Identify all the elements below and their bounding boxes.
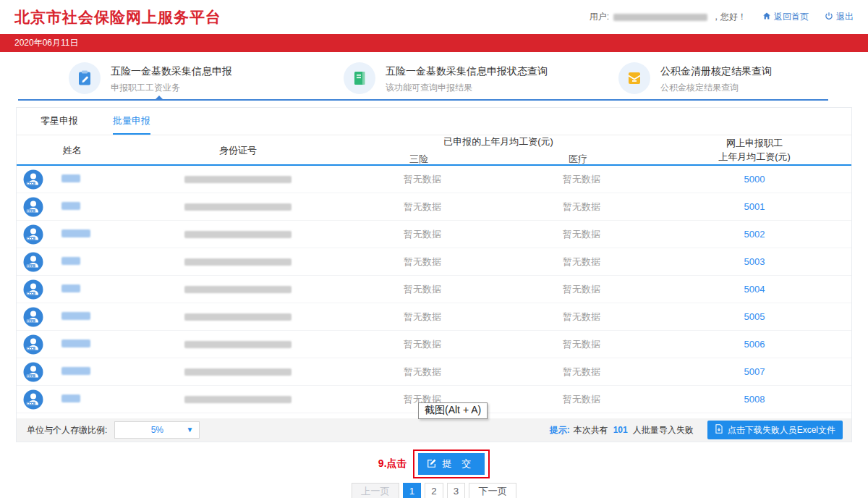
submit-area: 9.点击 提 交 [0, 450, 868, 478]
medical-cell: 暂无数据 [506, 393, 658, 406]
table-header: 姓名 身份证号 已申报的上年月均工资(元) 三险 医疗 网上申报职工 上年月均工… [17, 135, 851, 166]
online-salary-value: 5003 [658, 256, 851, 267]
current-date: 2020年06月11日 [14, 38, 79, 48]
table-row: 暂无数据 暂无数据 5001 [17, 193, 851, 221]
table-row: 暂无数据 暂无数据 5005 [17, 303, 851, 331]
three-insurance-cell: 暂无数据 [339, 283, 506, 296]
user-label: 用户: [590, 11, 609, 23]
tip-text-before: 本次共有 [574, 424, 608, 436]
table-row: 暂无数据 暂无数据 5003 [17, 248, 851, 276]
employee-badge-icon [23, 362, 43, 382]
pagination: 上一页 1 2 3 下一页 [0, 483, 868, 498]
table-row: 暂无数据 暂无数据 5000 [17, 166, 851, 193]
download-failed-excel-button[interactable]: 点击下载失败人员Excel文件 [707, 421, 843, 439]
employee-name-redacted[interactable] [61, 284, 80, 292]
active-module-underline [18, 99, 828, 101]
employee-name-redacted[interactable] [61, 339, 90, 347]
employee-badge-icon [23, 389, 43, 410]
module-subtitle: 公积金核定结果查询 [660, 82, 772, 94]
screenshot-tooltip: 截图(Alt + A) [418, 402, 488, 419]
three-insurance-cell: 暂无数据 [339, 173, 506, 186]
user-area: 用户: ，您好！ 返回首页 退出 [590, 11, 854, 23]
col-header-id-number: 身份证号 [137, 144, 339, 157]
employee-badge-icon [23, 169, 43, 190]
employee-badge-icon [23, 197, 43, 217]
three-insurance-cell: 暂无数据 [339, 228, 506, 241]
submit-button-label: 提 交 [443, 457, 475, 470]
module-title: 公积金清册核定结果查询 [660, 65, 772, 78]
prev-page-button[interactable]: 上一页 [352, 483, 399, 498]
clipboard-pencil-icon [69, 62, 101, 94]
col-header-medical: 医疗 [498, 153, 658, 166]
employee-name-redacted[interactable] [61, 174, 80, 182]
table-footer-bar: 单位与个人存缴比例: 5% ▼ 提示: 本次共有 101 人批量导入失败 点击下… [17, 418, 851, 442]
online-salary-value: 5007 [658, 366, 851, 377]
id-number-redacted [184, 231, 292, 238]
employee-name-redacted[interactable] [61, 312, 90, 320]
page-button-2[interactable]: 2 [425, 483, 443, 498]
ratio-select[interactable]: 5% ▼ [114, 421, 200, 439]
employee-name-redacted[interactable] [61, 367, 90, 375]
page-button-1[interactable]: 1 [403, 483, 421, 498]
home-link[interactable]: 返回首页 [762, 11, 809, 23]
module-subtitle: 该功能可查询申报结果 [386, 82, 548, 94]
table-row: 暂无数据 暂无数据 5002 [17, 221, 851, 248]
medical-cell: 暂无数据 [506, 283, 658, 296]
col-header-name: 姓名 [50, 144, 137, 157]
site-title: 北京市社会保险网上服务平台 [14, 7, 221, 28]
screenshot-tooltip-text: 截图(Alt + A) [425, 404, 481, 415]
employee-name-redacted[interactable] [61, 202, 80, 210]
username-redacted [613, 14, 707, 21]
employee-badge-icon [23, 252, 43, 272]
logout-link-label: 退出 [836, 11, 854, 23]
col-header-online-salary: 网上申报职工 上年月均工资(元) [658, 137, 851, 164]
tab-batch-declare[interactable]: 批量申报 [113, 108, 150, 135]
submit-button[interactable]: 提 交 [418, 453, 485, 475]
medical-cell: 暂无数据 [506, 256, 658, 269]
employee-name-redacted[interactable] [61, 394, 80, 402]
ratio-value: 5% [151, 425, 163, 435]
id-number-redacted [184, 341, 292, 348]
file-download-icon [715, 424, 723, 436]
logout-link[interactable]: 退出 [825, 11, 854, 23]
col-header-declared-group: 已申报的上年月均工资(元) [339, 135, 658, 148]
document-icon [344, 62, 375, 94]
module-subtitle: 申报职工工资业务 [111, 82, 232, 94]
annotation-step-label: 9.点击 [378, 457, 407, 470]
date-bar: 2020年06月11日 [0, 34, 868, 52]
three-insurance-cell: 暂无数据 [339, 338, 506, 351]
employee-badge-icon [23, 279, 43, 300]
online-salary-value: 5001 [658, 201, 851, 212]
id-number-redacted [184, 396, 292, 403]
top-header: 北京市社会保险网上服务平台 用户: ，您好！ 返回首页 退出 [0, 0, 868, 34]
id-number-redacted [184, 203, 292, 211]
next-page-button[interactable]: 下一页 [469, 483, 516, 498]
download-button-label: 点击下载失败人员Excel文件 [728, 424, 835, 436]
page-button-3[interactable]: 3 [447, 483, 465, 498]
tip-label: 提示: [550, 424, 570, 436]
envelope-icon [618, 62, 650, 94]
table-row: 暂无数据 暂无数据 5006 [17, 331, 851, 358]
tab-bar: 零星申报 批量申报 [17, 108, 851, 135]
content-panel: 零星申报 批量申报 姓名 身份证号 已申报的上年月均工资(元) 三险 医疗 网上… [16, 107, 852, 442]
three-insurance-cell: 暂无数据 [339, 201, 506, 214]
three-insurance-cell: 暂无数据 [339, 311, 506, 324]
edit-pencil-icon [427, 458, 437, 470]
online-salary-value: 5006 [658, 339, 851, 350]
employee-name-redacted[interactable] [61, 229, 90, 237]
medical-cell: 暂无数据 [506, 201, 658, 214]
employee-badge-icon [23, 224, 43, 245]
col-header-three-insurance: 三险 [339, 153, 498, 166]
tab-sporadic-declare[interactable]: 零星申报 [41, 108, 78, 135]
id-number-redacted [184, 286, 292, 293]
medical-cell: 暂无数据 [506, 366, 658, 379]
online-salary-value: 5004 [658, 284, 851, 295]
medical-cell: 暂无数据 [506, 228, 658, 241]
medical-cell: 暂无数据 [506, 311, 658, 324]
three-insurance-cell: 暂无数据 [339, 366, 506, 379]
page: 北京市社会保险网上服务平台 用户: ，您好！ 返回首页 退出 2020年06月1… [0, 0, 868, 498]
table-row: 暂无数据 暂无数据 5007 [17, 358, 851, 386]
employee-name-redacted[interactable] [61, 257, 80, 265]
module-nav: 五险一金基数采集信息申报 申报职工工资业务 五险一金基数采集信息申报状态查询 该… [0, 52, 868, 107]
tip-fail-count: 101 [612, 425, 629, 435]
